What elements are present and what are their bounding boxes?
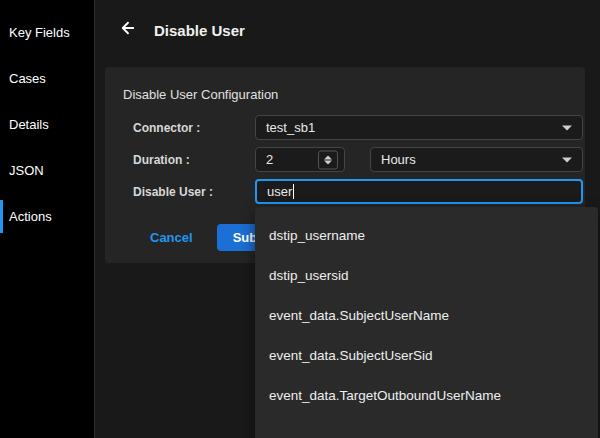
autocomplete-dropdown: dstip_username dstip_usersid event_data.… — [255, 207, 598, 438]
arrow-left-icon — [119, 19, 137, 41]
sidebar: Key Fields Cases Details JSON Actions — [0, 0, 95, 438]
duration-input[interactable]: 2 — [255, 147, 345, 172]
chevron-up-icon — [324, 155, 332, 159]
cancel-button[interactable]: Cancel — [150, 230, 193, 245]
back-button[interactable] — [118, 20, 138, 40]
sidebar-item-json[interactable]: JSON — [0, 152, 94, 189]
chevron-down-icon — [324, 160, 332, 164]
sidebar-item-cases[interactable]: Cases — [0, 60, 94, 97]
autocomplete-option[interactable]: dstip_username — [255, 215, 598, 255]
chevron-down-icon — [562, 157, 572, 162]
sidebar-item-key-fields[interactable]: Key Fields — [0, 14, 94, 51]
connector-selected-value: test_sb1 — [266, 120, 315, 135]
connector-select[interactable]: test_sb1 — [255, 115, 583, 140]
connector-label: Connector : — [133, 121, 255, 135]
autocomplete-option[interactable]: event_data.TargetOutboundUserName — [255, 375, 598, 415]
autocomplete-option[interactable]: event_data.SubjectUserName — [255, 295, 598, 335]
sidebar-item-details[interactable]: Details — [0, 106, 94, 143]
duration-label: Duration : — [133, 153, 255, 167]
duration-stepper[interactable] — [318, 150, 338, 169]
card-title: Disable User Configuration — [105, 67, 585, 102]
disable-user-row: Disable User : user — [133, 179, 585, 204]
duration-unit-select[interactable]: Hours — [370, 147, 583, 172]
sidebar-item-actions[interactable]: Actions — [0, 198, 94, 235]
duration-unit-value: Hours — [381, 152, 416, 167]
connector-row: Connector : test_sb1 — [133, 115, 585, 140]
autocomplete-option[interactable]: dstip_usersid — [255, 255, 598, 295]
chevron-down-icon — [562, 125, 572, 130]
main-content: Disable User Disable User Configuration … — [96, 0, 600, 438]
disable-user-label: Disable User : — [133, 185, 255, 199]
page-title: Disable User — [154, 22, 245, 39]
page-header: Disable User — [96, 0, 600, 40]
duration-row: Duration : 2 Hours — [133, 147, 585, 172]
autocomplete-option[interactable]: event_data.SubjectUserSid — [255, 335, 598, 375]
disable-user-input[interactable]: user — [255, 179, 583, 204]
duration-value: 2 — [266, 152, 273, 167]
text-cursor — [293, 184, 294, 199]
disable-user-value: user — [267, 184, 292, 199]
